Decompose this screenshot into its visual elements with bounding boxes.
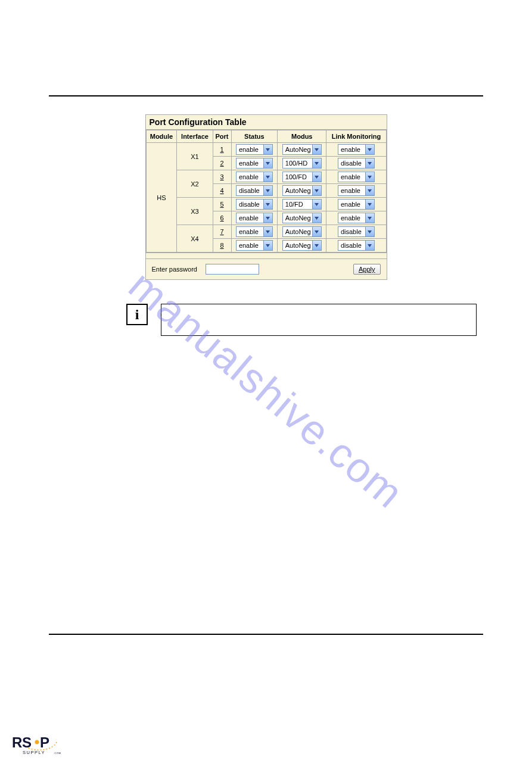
port-link[interactable]: 8 [213, 239, 231, 253]
chevron-down-icon [263, 200, 272, 209]
interface-cell: X1 [177, 143, 213, 170]
chevron-down-icon [365, 200, 374, 209]
modus-select[interactable]: 10/FD [282, 199, 322, 210]
table-row: X3 5 disable 10/FD enable [146, 198, 386, 211]
chevron-down-icon [312, 200, 321, 209]
link-select[interactable]: enable [338, 213, 375, 223]
col-module: Module [146, 130, 177, 143]
svg-text:.COM: .COM [54, 752, 61, 755]
status-select[interactable]: enable [236, 240, 273, 251]
chevron-down-icon [365, 241, 374, 250]
port-link[interactable]: 4 [213, 184, 231, 198]
chevron-down-icon [263, 227, 272, 236]
status-select[interactable]: enable [236, 226, 273, 237]
col-link: Link Monitoring [326, 130, 386, 143]
port-link[interactable]: 6 [213, 211, 231, 225]
port-link[interactable]: 3 [213, 170, 231, 184]
port-link[interactable]: 1 [213, 143, 231, 157]
table-row: HS X1 1 enable AutoNeg enable [146, 143, 386, 157]
chevron-down-icon [312, 213, 321, 223]
table-header-row: Module Interface Port Status Modus Link … [146, 130, 386, 143]
modus-select[interactable]: 100/HD [282, 158, 322, 169]
link-select[interactable]: disable [338, 226, 375, 237]
chevron-down-icon [365, 158, 374, 168]
chevron-down-icon [365, 213, 374, 223]
chevron-down-icon [365, 145, 374, 154]
info-icon: i [126, 304, 148, 325]
table-spacer [146, 253, 387, 258]
port-link[interactable]: 7 [213, 225, 231, 239]
link-select[interactable]: enable [338, 172, 375, 182]
note-box [161, 304, 477, 336]
svg-text:R: R [12, 734, 22, 750]
chevron-down-icon [312, 186, 321, 195]
table-row: X4 7 enable AutoNeg disable [146, 225, 386, 239]
col-port: Port [213, 130, 231, 143]
modus-select[interactable]: AutoNeg [282, 240, 322, 251]
link-select[interactable]: enable [338, 199, 375, 210]
col-interface: Interface [177, 130, 213, 143]
panel-footer: Enter password Apply [146, 258, 387, 279]
link-select[interactable]: disable [338, 240, 375, 251]
port-link[interactable]: 5 [213, 198, 231, 211]
panel-title: Port Configuration Table [146, 115, 387, 130]
info-note-row: i [126, 304, 483, 336]
chevron-down-icon [263, 241, 272, 250]
chevron-down-icon [312, 158, 321, 168]
chevron-down-icon [263, 213, 272, 223]
chevron-down-icon [312, 172, 321, 182]
chevron-down-icon [312, 145, 321, 154]
chevron-down-icon [312, 227, 321, 236]
bottom-divider [49, 634, 483, 635]
status-select[interactable]: disable [236, 185, 273, 196]
chevron-down-icon [365, 186, 374, 195]
col-status: Status [231, 130, 278, 143]
interface-cell: X4 [177, 225, 213, 253]
module-cell: HS [146, 143, 177, 253]
status-select[interactable]: enable [236, 144, 273, 155]
modus-select[interactable]: AutoNeg [282, 144, 322, 155]
chevron-down-icon [263, 172, 272, 182]
password-input[interactable] [206, 264, 259, 275]
apply-button[interactable]: Apply [353, 264, 381, 275]
modus-select[interactable]: AutoNeg [282, 226, 322, 237]
link-select[interactable]: disable [338, 158, 375, 169]
svg-point-2 [35, 740, 39, 744]
interface-cell: X2 [177, 170, 213, 198]
chevron-down-icon [263, 158, 272, 168]
chevron-down-icon [312, 241, 321, 250]
svg-text:S: S [22, 734, 32, 750]
svg-text:P: P [40, 734, 49, 750]
chevron-down-icon [365, 227, 374, 236]
status-select[interactable]: enable [236, 172, 273, 182]
chevron-down-icon [365, 172, 374, 182]
status-select[interactable]: enable [236, 213, 273, 223]
interface-cell: X3 [177, 198, 213, 225]
modus-select[interactable]: AutoNeg [282, 185, 322, 196]
link-select[interactable]: enable [338, 144, 375, 155]
password-label: Enter password [152, 266, 197, 273]
status-select[interactable]: disable [236, 199, 273, 210]
port-config-table: Module Interface Port Status Modus Link … [146, 130, 387, 253]
link-select[interactable]: enable [338, 185, 375, 196]
logo-subtext: SUPPLY [23, 750, 45, 755]
modus-select[interactable]: AutoNeg [282, 213, 322, 223]
chevron-down-icon [263, 145, 272, 154]
table-row: X2 3 enable 100/FD enable [146, 170, 386, 184]
status-select[interactable]: enable [236, 158, 273, 169]
chevron-down-icon [263, 186, 272, 195]
port-link[interactable]: 2 [213, 157, 231, 170]
col-modus: Modus [278, 130, 326, 143]
port-config-panel: Port Configuration Table Module Interfac… [145, 114, 387, 280]
rsp-supply-logo: R S P SUPPLY .COM [12, 730, 89, 761]
top-divider [49, 95, 483, 96]
modus-select[interactable]: 100/FD [282, 172, 322, 182]
